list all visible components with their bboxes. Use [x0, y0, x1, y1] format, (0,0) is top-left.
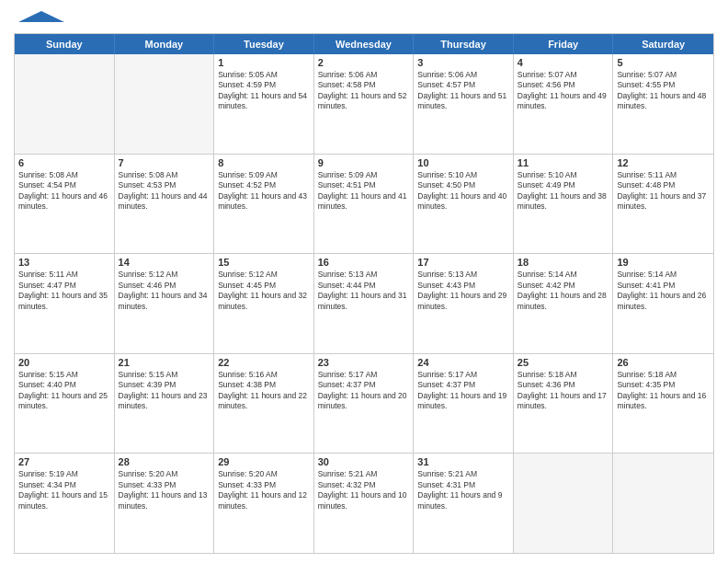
day-cell-20: 20Sunrise: 5:15 AM Sunset: 4:40 PM Dayli… [15, 354, 115, 454]
day-number: 4 [518, 57, 609, 68]
day-number: 1 [218, 57, 310, 68]
day-cell-11: 11Sunrise: 5:10 AM Sunset: 4:49 PM Dayli… [514, 155, 614, 254]
day-number: 10 [417, 157, 509, 168]
day-number: 21 [119, 357, 210, 368]
day-number: 18 [518, 257, 609, 268]
day-info: Sunrise: 5:14 AM Sunset: 4:41 PM Dayligh… [617, 270, 710, 312]
empty-cell [15, 54, 115, 154]
day-info: Sunrise: 5:15 AM Sunset: 4:39 PM Dayligh… [119, 370, 210, 412]
day-cell-1: 1Sunrise: 5:05 AM Sunset: 4:59 PM Daylig… [214, 54, 314, 154]
day-info: Sunrise: 5:16 AM Sunset: 4:38 PM Dayligh… [218, 370, 310, 412]
day-cell-28: 28Sunrise: 5:20 AM Sunset: 4:33 PM Dayli… [115, 454, 215, 553]
day-number: 26 [617, 357, 710, 368]
page: SundayMondayTuesdayWednesdayThursdayFrid… [0, 0, 728, 563]
day-info: Sunrise: 5:11 AM Sunset: 4:47 PM Dayligh… [18, 270, 110, 312]
day-number: 13 [18, 257, 110, 268]
day-number: 23 [318, 357, 410, 368]
day-info: Sunrise: 5:05 AM Sunset: 4:59 PM Dayligh… [218, 70, 310, 112]
week-row-2: 6Sunrise: 5:08 AM Sunset: 4:54 PM Daylig… [15, 155, 713, 255]
day-cell-27: 27Sunrise: 5:19 AM Sunset: 4:34 PM Dayli… [15, 454, 115, 553]
day-info: Sunrise: 5:21 AM Sunset: 4:31 PM Dayligh… [417, 469, 509, 511]
day-cell-22: 22Sunrise: 5:16 AM Sunset: 4:38 PM Dayli… [214, 354, 314, 454]
day-cell-7: 7Sunrise: 5:08 AM Sunset: 4:53 PM Daylig… [115, 155, 215, 254]
day-cell-9: 9Sunrise: 5:09 AM Sunset: 4:51 PM Daylig… [314, 155, 415, 254]
day-cell-18: 18Sunrise: 5:14 AM Sunset: 4:42 PM Dayli… [514, 254, 614, 353]
day-header-tuesday: Tuesday [214, 34, 314, 54]
day-number: 19 [617, 257, 710, 268]
day-cell-15: 15Sunrise: 5:12 AM Sunset: 4:45 PM Dayli… [214, 254, 314, 353]
day-info: Sunrise: 5:06 AM Sunset: 4:57 PM Dayligh… [417, 70, 509, 112]
day-cell-3: 3Sunrise: 5:06 AM Sunset: 4:57 PM Daylig… [414, 54, 514, 154]
empty-cell [115, 54, 215, 154]
day-number: 5 [617, 57, 710, 68]
logo [14, 9, 64, 26]
empty-cell [514, 454, 614, 553]
day-info: Sunrise: 5:17 AM Sunset: 4:37 PM Dayligh… [318, 370, 410, 412]
day-info: Sunrise: 5:20 AM Sunset: 4:33 PM Dayligh… [119, 469, 210, 511]
day-cell-14: 14Sunrise: 5:12 AM Sunset: 4:46 PM Dayli… [115, 254, 215, 353]
day-number: 28 [119, 456, 210, 467]
day-number: 12 [617, 157, 710, 168]
day-cell-17: 17Sunrise: 5:13 AM Sunset: 4:43 PM Dayli… [414, 254, 514, 353]
day-number: 17 [417, 257, 509, 268]
day-header-thursday: Thursday [414, 34, 514, 54]
day-cell-23: 23Sunrise: 5:17 AM Sunset: 4:37 PM Dayli… [314, 354, 415, 454]
day-cell-4: 4Sunrise: 5:07 AM Sunset: 4:56 PM Daylig… [514, 54, 614, 154]
day-number: 27 [18, 456, 110, 467]
day-cell-8: 8Sunrise: 5:09 AM Sunset: 4:52 PM Daylig… [214, 155, 314, 254]
day-number: 2 [318, 57, 410, 68]
day-cell-24: 24Sunrise: 5:17 AM Sunset: 4:37 PM Dayli… [414, 354, 514, 454]
logo-wave-icon [14, 11, 64, 22]
day-info: Sunrise: 5:13 AM Sunset: 4:43 PM Dayligh… [417, 270, 509, 312]
day-cell-31: 31Sunrise: 5:21 AM Sunset: 4:31 PM Dayli… [414, 454, 514, 553]
day-number: 7 [119, 157, 210, 168]
day-cell-21: 21Sunrise: 5:15 AM Sunset: 4:39 PM Dayli… [115, 354, 215, 454]
day-number: 31 [417, 456, 509, 467]
day-info: Sunrise: 5:11 AM Sunset: 4:48 PM Dayligh… [617, 170, 710, 213]
day-info: Sunrise: 5:07 AM Sunset: 4:56 PM Dayligh… [518, 70, 609, 112]
day-cell-26: 26Sunrise: 5:18 AM Sunset: 4:35 PM Dayli… [613, 354, 713, 454]
day-cell-30: 30Sunrise: 5:21 AM Sunset: 4:32 PM Dayli… [314, 454, 415, 553]
day-info: Sunrise: 5:12 AM Sunset: 4:46 PM Dayligh… [119, 270, 210, 312]
day-info: Sunrise: 5:08 AM Sunset: 4:54 PM Dayligh… [18, 170, 110, 213]
day-info: Sunrise: 5:15 AM Sunset: 4:40 PM Dayligh… [18, 370, 110, 412]
day-cell-16: 16Sunrise: 5:13 AM Sunset: 4:44 PM Dayli… [314, 254, 415, 353]
day-info: Sunrise: 5:09 AM Sunset: 4:52 PM Dayligh… [218, 170, 310, 213]
day-info: Sunrise: 5:19 AM Sunset: 4:34 PM Dayligh… [18, 469, 110, 511]
day-number: 8 [218, 157, 310, 168]
week-row-4: 20Sunrise: 5:15 AM Sunset: 4:40 PM Dayli… [15, 354, 713, 454]
day-header-monday: Monday [115, 34, 215, 54]
day-cell-19: 19Sunrise: 5:14 AM Sunset: 4:41 PM Dayli… [613, 254, 713, 353]
day-header-sunday: Sunday [15, 34, 115, 54]
calendar-header: SundayMondayTuesdayWednesdayThursdayFrid… [15, 34, 713, 54]
calendar: SundayMondayTuesdayWednesdayThursdayFrid… [14, 33, 714, 554]
day-cell-2: 2Sunrise: 5:06 AM Sunset: 4:58 PM Daylig… [314, 54, 415, 154]
day-number: 15 [218, 257, 310, 268]
calendar-body: 1Sunrise: 5:05 AM Sunset: 4:59 PM Daylig… [15, 54, 713, 553]
day-header-wednesday: Wednesday [314, 34, 415, 54]
day-number: 24 [417, 357, 509, 368]
day-number: 11 [518, 157, 609, 168]
day-number: 25 [518, 357, 609, 368]
day-info: Sunrise: 5:18 AM Sunset: 4:36 PM Dayligh… [518, 370, 609, 412]
day-number: 9 [318, 157, 410, 168]
day-cell-5: 5Sunrise: 5:07 AM Sunset: 4:55 PM Daylig… [613, 54, 713, 154]
day-info: Sunrise: 5:14 AM Sunset: 4:42 PM Dayligh… [518, 270, 609, 312]
day-info: Sunrise: 5:06 AM Sunset: 4:58 PM Dayligh… [318, 70, 410, 112]
day-info: Sunrise: 5:07 AM Sunset: 4:55 PM Dayligh… [617, 70, 710, 112]
day-cell-25: 25Sunrise: 5:18 AM Sunset: 4:36 PM Dayli… [514, 354, 614, 454]
day-number: 20 [18, 357, 110, 368]
week-row-3: 13Sunrise: 5:11 AM Sunset: 4:47 PM Dayli… [15, 254, 713, 354]
day-cell-12: 12Sunrise: 5:11 AM Sunset: 4:48 PM Dayli… [613, 155, 713, 254]
day-cell-6: 6Sunrise: 5:08 AM Sunset: 4:54 PM Daylig… [15, 155, 115, 254]
empty-cell [613, 454, 713, 553]
day-info: Sunrise: 5:10 AM Sunset: 4:50 PM Dayligh… [417, 170, 509, 213]
week-row-1: 1Sunrise: 5:05 AM Sunset: 4:59 PM Daylig… [15, 54, 713, 155]
day-header-saturday: Saturday [613, 34, 713, 54]
day-info: Sunrise: 5:08 AM Sunset: 4:53 PM Dayligh… [119, 170, 210, 213]
day-info: Sunrise: 5:12 AM Sunset: 4:45 PM Dayligh… [218, 270, 310, 312]
day-info: Sunrise: 5:18 AM Sunset: 4:35 PM Dayligh… [617, 370, 710, 412]
day-info: Sunrise: 5:13 AM Sunset: 4:44 PM Dayligh… [318, 270, 410, 312]
day-cell-29: 29Sunrise: 5:20 AM Sunset: 4:33 PM Dayli… [214, 454, 314, 553]
day-info: Sunrise: 5:21 AM Sunset: 4:32 PM Dayligh… [318, 469, 410, 511]
